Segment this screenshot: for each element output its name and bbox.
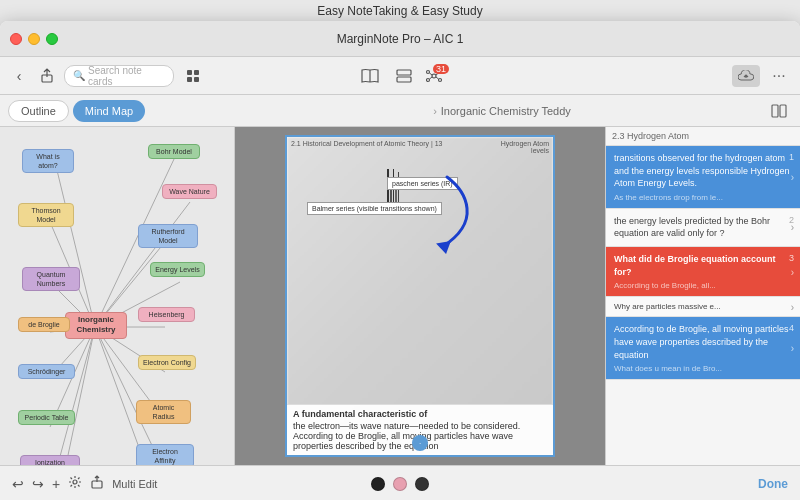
toolbar-center: 31 — [357, 63, 443, 89]
color-dark[interactable] — [415, 477, 429, 491]
mindmap-node[interactable]: Electron Config — [138, 355, 196, 370]
mindmap-node[interactable]: Electron Affinity — [136, 444, 194, 465]
back-button[interactable]: ‹ — [8, 65, 30, 87]
note-expand-arrow[interactable]: › — [791, 171, 794, 182]
svg-point-8 — [432, 74, 436, 78]
mindmap-node[interactable]: Heisenberg — [138, 307, 195, 322]
note-card-text: According to de Broglie, all moving part… — [614, 323, 792, 361]
undo-button[interactable]: ↩ — [12, 476, 24, 492]
color-picker — [371, 477, 429, 491]
mindmap-central-node[interactable]: InorganicChemistry — [65, 312, 127, 339]
mindmap-tab[interactable]: Mind Map — [73, 100, 145, 122]
mindmap-node[interactable]: Ionization Energy — [20, 455, 80, 465]
svg-point-12 — [439, 78, 442, 81]
color-pink[interactable] — [393, 477, 407, 491]
svg-rect-7 — [397, 77, 411, 82]
app-title: Easy NoteTaking & Easy Study — [0, 0, 800, 21]
svg-rect-18 — [780, 105, 786, 117]
mindmap-node[interactable]: Quantum Numbers — [22, 267, 80, 291]
settings-button[interactable] — [68, 475, 82, 492]
color-black[interactable] — [371, 477, 385, 491]
note-card-text: transitions observed for the hydrogen at… — [614, 152, 792, 190]
minimize-button[interactable] — [28, 33, 40, 45]
mindmap-node[interactable]: Thomson Model — [18, 203, 74, 227]
svg-line-33 — [95, 327, 160, 462]
window-title: MarginNote Pro – AIC 1 — [337, 32, 464, 46]
svg-point-11 — [427, 78, 430, 81]
svg-rect-6 — [397, 70, 411, 75]
note-number: 3 — [789, 253, 794, 263]
search-box[interactable]: 🔍 Search note cards — [64, 65, 174, 87]
mindmap-node[interactable]: Bohr Model — [148, 144, 200, 159]
app-window: MarginNote Pro – AIC 1 ‹ 🔍 Search note c… — [0, 21, 800, 500]
card-view-icon[interactable] — [391, 63, 417, 89]
annotation-arrow — [337, 162, 487, 262]
bottom-toolbar-right: Done — [437, 477, 788, 491]
mindmap-node[interactable]: Wave Nature — [162, 184, 217, 199]
note-card-text: Why are particles massive e... — [614, 301, 792, 312]
note-expand-arrow[interactable]: › — [791, 222, 794, 233]
note-expand-arrow[interactable]: › — [791, 301, 794, 312]
grid-view-button[interactable] — [180, 63, 206, 89]
sub-toolbar: Outline Mind Map › Inorganic Chemistry T… — [0, 95, 800, 127]
bottom-toolbar-left: ↩ ↪ + Multi Edit — [12, 475, 363, 492]
left-panel-mindmap: InorganicChemistry What is atom? Bohr Mo… — [0, 127, 235, 465]
note-expand-arrow[interactable]: › — [791, 343, 794, 354]
mindmap-node[interactable]: Schrödinger — [18, 364, 75, 379]
right-panel-notes: 2.3 Hydrogen Atom 1 transitions observed… — [605, 127, 800, 465]
title-bar: MarginNote Pro – AIC 1 — [0, 21, 800, 57]
maximize-button[interactable] — [46, 33, 58, 45]
svg-rect-4 — [194, 77, 199, 82]
mindmap-node[interactable]: Periodic Table — [18, 410, 75, 425]
mindmap-node[interactable]: Energy Levels — [150, 262, 205, 277]
mindmap-node[interactable]: Atomic Radius — [136, 400, 191, 424]
svg-line-34 — [55, 327, 95, 465]
main-content: InorganicChemistry What is atom? Bohr Mo… — [0, 127, 800, 465]
note-card-sub: As the electrons drop from le... — [614, 193, 792, 202]
multi-edit-button[interactable]: Multi Edit — [112, 478, 157, 490]
branch-button[interactable]: 31 — [425, 68, 443, 84]
note-card-text: What did de Broglie equation account for… — [614, 253, 792, 278]
right-panel-header: 2.3 Hydrogen Atom — [606, 127, 800, 146]
note-expand-arrow[interactable]: › — [791, 266, 794, 277]
badge-count: 31 — [433, 64, 449, 74]
main-toolbar: ‹ 🔍 Search note cards — [0, 57, 800, 95]
svg-rect-3 — [187, 77, 192, 82]
mind-map-canvas[interactable]: InorganicChemistry What is atom? Bohr Mo… — [0, 127, 234, 465]
done-button[interactable]: Done — [758, 477, 788, 491]
note-card-2[interactable]: 2 the energy levels predicted by the Boh… — [606, 209, 800, 247]
breadcrumb: › Inorganic Chemistry Teddy — [244, 105, 760, 117]
book-icon[interactable] — [357, 63, 383, 89]
redo-button[interactable]: ↪ — [32, 476, 44, 492]
close-button[interactable] — [10, 33, 22, 45]
svg-line-32 — [55, 327, 95, 465]
page-layout-button[interactable] — [766, 98, 792, 124]
mindmap-node[interactable]: Rutherford Model — [138, 224, 198, 248]
svg-point-37 — [73, 480, 77, 484]
cloud-sync-button[interactable] — [732, 65, 760, 87]
add-button[interactable]: + — [52, 476, 60, 492]
more-options-button[interactable]: ··· — [766, 63, 792, 89]
svg-rect-2 — [194, 70, 199, 75]
section-title: Hydrogen Atomlevels — [501, 140, 549, 154]
mindmap-node[interactable]: What is atom? — [22, 149, 74, 173]
note-number: 1 — [789, 152, 794, 162]
center-panel-document: 2.1 Historical Development of Atomic The… — [235, 127, 605, 465]
svg-line-15 — [430, 77, 433, 79]
svg-rect-1 — [187, 70, 192, 75]
note-card-1[interactable]: 1 transitions observed for the hydrogen … — [606, 146, 800, 209]
svg-line-16 — [436, 77, 439, 79]
export-button[interactable] — [90, 475, 104, 492]
svg-marker-36 — [436, 241, 453, 255]
mindmap-node[interactable]: de Broglie — [18, 317, 70, 332]
note-card-5[interactable]: 4 According to de Broglie, all moving pa… — [606, 317, 800, 380]
outline-tab[interactable]: Outline — [8, 100, 69, 122]
note-card-3[interactable]: 3 What did de Broglie equation account f… — [606, 247, 800, 297]
share-button[interactable] — [36, 65, 58, 87]
note-number: 4 — [789, 323, 794, 333]
svg-point-9 — [427, 70, 430, 73]
note-card-4[interactable]: Why are particles massive e... › — [606, 297, 800, 317]
page-indicator[interactable]: · — [412, 435, 428, 451]
toolbar-left: ‹ 🔍 Search note cards — [8, 63, 351, 89]
svg-line-19 — [55, 162, 95, 327]
